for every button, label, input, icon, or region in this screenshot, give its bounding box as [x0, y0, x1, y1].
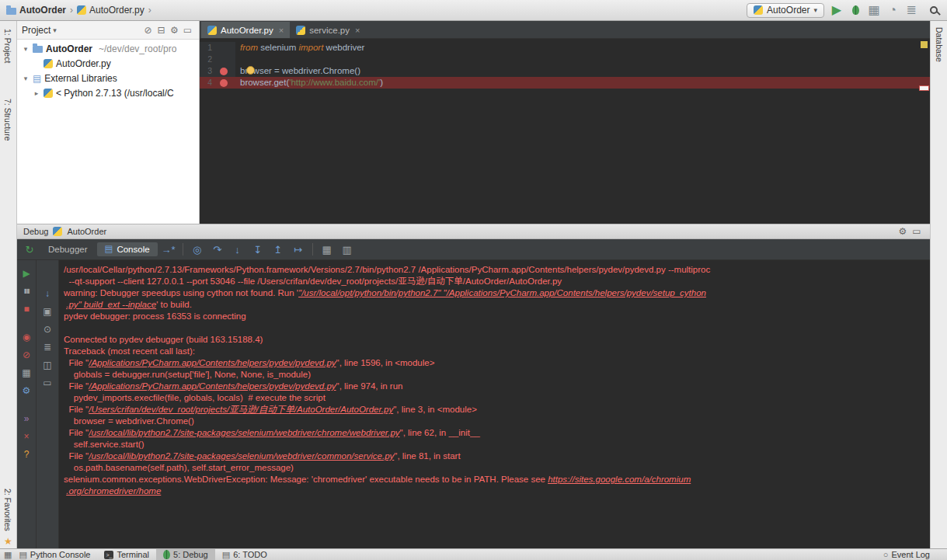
- editor-content[interactable]: 1from selenium import webdriver2 3browse…: [200, 39, 930, 224]
- run-config-selector[interactable]: AutoOrder ▾: [747, 3, 824, 18]
- editor-gutter[interactable]: 3: [200, 65, 235, 77]
- console-link[interactable]: /Users/crifan/dev/dev_root/projects/亚马逊/…: [89, 405, 393, 414]
- code-line[interactable]: [235, 54, 242, 65]
- settings-icon[interactable]: ⚙: [168, 25, 181, 36]
- tree-item-label: < Python 2.7.13 (/usr/local/C: [56, 88, 174, 99]
- console-link[interactable]: /usr/local/lib/python2.7/site-packages/s…: [89, 428, 399, 437]
- terminal-icon: >_: [104, 551, 113, 559]
- console-line: pydev_imports.execfile(file, globals, lo…: [64, 392, 930, 404]
- console-link[interactable]: .org/chromedriver/home: [66, 486, 161, 496]
- code-line[interactable]: browser.get('http://www.baidu.com/'): [235, 77, 383, 89]
- force-step-into-icon[interactable]: ↧: [249, 241, 267, 258]
- project-panel-title[interactable]: Project: [22, 25, 50, 36]
- close-icon[interactable]: ×: [279, 26, 284, 35]
- collapse-all-icon[interactable]: ⊟: [155, 25, 168, 36]
- project-tree-item[interactable]: ▾▤External Libraries: [17, 71, 199, 85]
- debug-button[interactable]: [846, 2, 865, 19]
- code-line[interactable]: from selenium import webdriver: [235, 42, 364, 54]
- hide-icon[interactable]: ▭: [181, 25, 194, 36]
- tool-button-structure[interactable]: 7: Structure: [3, 99, 12, 141]
- stop-button[interactable]: ■: [18, 301, 35, 317]
- restore-layout-button[interactable]: ▦: [18, 365, 35, 381]
- intention-bulb-icon[interactable]: [246, 66, 255, 75]
- code-line[interactable]: browser = webdriver.Chrome(): [235, 65, 360, 77]
- editor-tab[interactable]: AutoOrder.py×: [201, 22, 290, 38]
- toolwindow-button[interactable]: ▤Python Console: [12, 549, 97, 560]
- event-log-button[interactable]: ○ Event Log: [883, 550, 947, 559]
- debug-tab-console[interactable]: ▤Console: [97, 242, 158, 256]
- tool-button-favorites[interactable]: 2: Favorites: [3, 489, 12, 531]
- editor-gutter[interactable]: 1: [200, 42, 235, 54]
- editor-tab[interactable]: service.py×: [290, 22, 366, 38]
- rerun-icon[interactable]: ↻: [20, 241, 39, 258]
- step-out-icon[interactable]: ↥: [269, 241, 287, 258]
- run-to-cursor-icon[interactable]: ↦: [289, 241, 308, 258]
- settings-icon[interactable]: ⚙: [896, 226, 910, 237]
- editor-gutter[interactable]: 2: [200, 54, 235, 65]
- console-line: /usr/local/Cellar/python/2.7.13/Framewor…: [64, 264, 930, 276]
- help-button[interactable]: ?: [18, 447, 35, 462]
- hide-icon[interactable]: ▭: [910, 226, 924, 237]
- tree-toggle-icon[interactable]: ▸: [33, 89, 40, 97]
- console-text: warning: Debugger speedups using cython …: [64, 288, 298, 297]
- tree-toggle-icon[interactable]: ▾: [22, 45, 30, 53]
- console-text: globals = debugger.run(setup['file'], No…: [64, 370, 311, 379]
- chevron-down-icon: ▾: [53, 26, 57, 34]
- tool-button-project[interactable]: 1: Project: [3, 29, 12, 63]
- resume-button[interactable]: ▶: [18, 266, 35, 281]
- project-tree-item[interactable]: ▸< Python 2.7.13 (/usr/local/C: [17, 85, 199, 100]
- close-button[interactable]: ×: [18, 429, 35, 444]
- toolwindow-switcher-icon[interactable]: ▦: [4, 551, 12, 559]
- console-options-icon[interactable]: →*: [159, 241, 178, 258]
- tool-button-database[interactable]: Database: [935, 27, 944, 62]
- snapshot-icon[interactable]: ◫: [39, 357, 56, 373]
- project-tree-item[interactable]: AutoOrder.py: [17, 56, 199, 71]
- console-link[interactable]: "/usr/local/opt/python/bin/python2.7" "/…: [298, 288, 706, 297]
- pause-button[interactable]: ▮▮: [18, 283, 35, 299]
- console-link[interactable]: .py" build_ext --inplace: [66, 300, 156, 309]
- breakpoint-icon[interactable]: [220, 68, 228, 75]
- console-line: File "/usr/local/lib/python2.7/site-pack…: [64, 450, 930, 462]
- view-breakpoints-button[interactable]: ◉: [18, 329, 35, 345]
- editor-gutter[interactable]: 4: [200, 77, 235, 89]
- pin-icon[interactable]: ⊙: [39, 322, 56, 337]
- breadcrumb-item[interactable]: AutoOrder: [6, 5, 66, 16]
- mute-breakpoints-button[interactable]: ⊘: [18, 347, 35, 363]
- run-config-label: AutoOrder: [767, 5, 809, 16]
- view-options-icon[interactable]: ≣: [39, 339, 56, 355]
- frames-icon[interactable]: ▣: [39, 304, 56, 319]
- console-link[interactable]: /Applications/PyCharm.app/Contents/helpe…: [89, 358, 336, 367]
- breakpoint-icon[interactable]: [220, 79, 228, 87]
- profiler-button[interactable]: ◔: [883, 2, 902, 19]
- evaluate-expression-icon[interactable]: ▦: [318, 241, 336, 258]
- step-into-icon[interactable]: ↓: [228, 241, 247, 258]
- breadcrumb-item[interactable]: AutoOrder.py: [77, 5, 144, 16]
- console-link[interactable]: /usr/local/lib/python2.7/site-packages/s…: [89, 451, 394, 461]
- project-tree-item[interactable]: ▾AutoOrder~/dev/dev_root/pro: [17, 41, 199, 56]
- toolwindow-button[interactable]: ▤6: TODO: [215, 549, 274, 560]
- right-tool-stripe: Database: [930, 21, 947, 548]
- layout-settings-icon[interactable]: ▥: [338, 241, 357, 258]
- debug-console-output[interactable]: /usr/local/Cellar/python/2.7.13/Framewor…: [59, 260, 930, 548]
- toolwindow-buttons: ▤Python Console>_Terminal5: Debug▤6: TOD…: [12, 549, 273, 560]
- console-link[interactable]: /Applications/PyCharm.app/Contents/helpe…: [89, 381, 336, 391]
- tree-toggle-icon[interactable]: ▾: [22, 75, 30, 82]
- toolwindow-button[interactable]: >_Terminal: [97, 549, 156, 560]
- step-over-icon[interactable]: ↷: [208, 241, 227, 258]
- run-button[interactable]: ▶: [827, 2, 846, 19]
- close-icon[interactable]: ×: [355, 26, 360, 35]
- console-link[interactable]: https://sites.google.com/a/chromium: [548, 475, 691, 484]
- locate-icon[interactable]: ⊘: [141, 25, 155, 36]
- show-execution-point-icon[interactable]: ◎: [188, 241, 207, 258]
- search-icon[interactable]: [930, 6, 938, 14]
- coverage-button[interactable]: ▦: [865, 2, 883, 19]
- folder-icon: [6, 8, 16, 15]
- force-step-into-icon-glyph: ↧: [253, 245, 262, 255]
- scroll-down-icon[interactable]: ↓: [39, 286, 56, 301]
- clear-icon[interactable]: ▭: [39, 375, 56, 391]
- toolwindow-button[interactable]: 5: Debug: [156, 549, 215, 560]
- settings-button[interactable]: ⚙: [18, 383, 35, 398]
- tool-windows-button[interactable]: ≣: [902, 2, 921, 19]
- debug-tab-debugger[interactable]: Debugger: [40, 242, 96, 256]
- attach-button[interactable]: »: [18, 411, 35, 426]
